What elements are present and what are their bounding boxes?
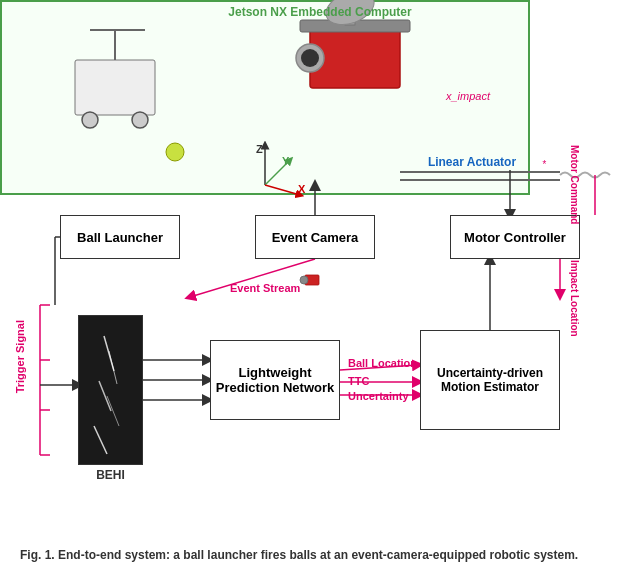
svg-rect-28 [305,275,319,285]
trigger-signal-label: Trigger Signal [14,320,26,393]
svg-point-29 [300,276,308,284]
svg-text:*: * [542,159,547,170]
linear-actuator-label: Linear Actuator [422,155,522,169]
figure-caption: Fig. 1. End-to-end system: a ball launch… [20,548,620,562]
event-stream-label: Event Stream [230,282,300,294]
uncertainty-label: Uncertainty [348,390,409,402]
svg-line-43 [99,381,111,411]
impact-location-label: Impact Location [569,260,580,337]
svg-line-45 [94,426,107,454]
motor-command-label: Motor Command [569,145,580,224]
diagram-container: * [0,0,640,570]
behi-visual [79,316,142,464]
caption-text: End-to-end system: a ball launcher fires… [58,548,578,562]
svg-line-42 [109,351,117,384]
ball-location-label: Ball Location [348,357,417,369]
y-axis-label: Y [282,155,289,167]
event-camera-box: Event Camera [255,215,375,259]
jetson-label: Jetson NX Embedded Computer [228,5,411,19]
behi-box [78,315,143,465]
x-axis-label: X [298,183,305,195]
fig-label: Fig. 1. [20,548,55,562]
svg-line-44 [107,396,119,426]
ximpact-label: x_impact [446,90,490,102]
ume-box: Uncertainty-driven Motion Estimator [420,330,560,430]
z-axis-label: Z [256,143,263,155]
ball-launcher-box: Ball Launcher [60,215,180,259]
ttc-label: TTC [348,375,369,387]
lpn-box: Lightweight Prediction Network [210,340,340,420]
behi-label: BEHI [78,468,143,482]
motor-controller-box: Motor Controller [450,215,580,259]
